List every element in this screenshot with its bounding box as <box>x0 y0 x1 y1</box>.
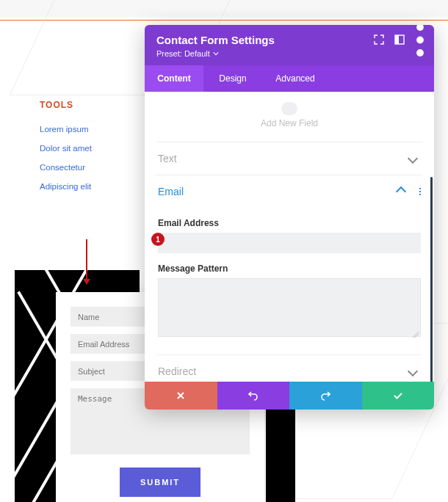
sidebar-heading: TOOLS <box>40 100 128 110</box>
annotation-badge: 1 <box>151 233 165 246</box>
svg-point-2 <box>416 25 424 30</box>
modal-body: Add New Field Text Email Email Address 1… <box>145 92 434 382</box>
chevron-down-icon <box>408 366 418 376</box>
kebab-menu-icon[interactable] <box>415 34 425 45</box>
confirm-button[interactable] <box>362 382 435 410</box>
panel-icon[interactable] <box>394 34 405 45</box>
modal-scroll[interactable]: Add New Field Text Email Email Address 1… <box>145 92 434 382</box>
sidebar-item-lorem[interactable]: Lorem ipsum <box>40 125 128 134</box>
sidebar-item-adipiscing[interactable]: Adipiscing elit <box>40 182 128 191</box>
message-pattern-label: Message Pattern <box>158 263 421 274</box>
page-sidebar: TOOLS Lorem ipsum Dolor sit amet Consect… <box>40 100 128 201</box>
kebab-menu-icon[interactable] <box>419 187 421 196</box>
section-redirect[interactable]: Redirect <box>158 355 421 382</box>
modal-header: Contact Form Settings Preset: Default <box>145 25 434 65</box>
cancel-button[interactable] <box>145 382 217 410</box>
chevron-down-icon <box>408 153 418 164</box>
redo-button[interactable] <box>289 382 362 410</box>
email-address-label: Email Address <box>158 218 421 228</box>
message-pattern-input[interactable] <box>158 278 421 337</box>
tab-advanced[interactable]: Advanced <box>262 65 328 92</box>
sidebar-item-dolor[interactable]: Dolor sit amet <box>40 144 128 153</box>
chevron-up-icon <box>396 186 406 197</box>
check-icon <box>393 390 403 401</box>
section-email[interactable]: Email <box>158 175 421 208</box>
preset-dropdown[interactable]: Preset: Default <box>156 49 422 58</box>
redo-icon <box>320 390 330 401</box>
svg-point-4 <box>416 49 424 57</box>
submit-button[interactable]: SUBMIT <box>120 468 200 497</box>
sidebar-item-consectetur[interactable]: Consectetur <box>40 163 128 172</box>
svg-rect-1 <box>395 35 399 44</box>
email-address-input[interactable] <box>158 233 421 253</box>
tab-content[interactable]: Content <box>145 65 203 92</box>
svg-point-3 <box>416 36 424 43</box>
undo-button[interactable] <box>217 382 290 410</box>
modal-footer <box>145 382 434 410</box>
settings-modal: Contact Form Settings Preset: Default Co… <box>145 25 434 410</box>
expand-icon[interactable] <box>374 34 384 45</box>
chevron-down-icon <box>213 51 219 57</box>
modal-tabs: Content Design Advanced <box>145 65 434 92</box>
undo-icon <box>248 390 259 401</box>
section-text[interactable]: Text <box>158 142 421 175</box>
tab-design[interactable]: Design <box>203 65 262 92</box>
close-icon <box>176 390 186 401</box>
add-new-field-button[interactable]: Add New Field <box>158 102 421 128</box>
annotation-arrow-icon <box>86 239 87 283</box>
